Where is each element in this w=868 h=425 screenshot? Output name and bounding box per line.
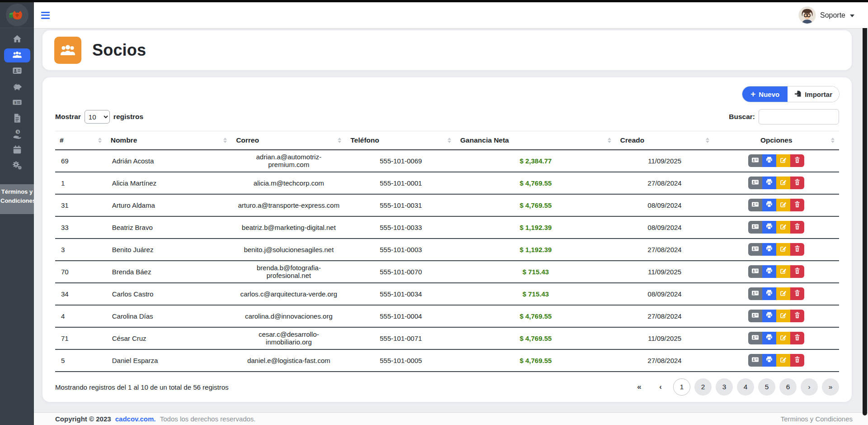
sidebar-terms-link[interactable]: Términos y Condiciones	[0, 184, 34, 214]
sidebar-item-money-check[interactable]: $	[4, 96, 30, 110]
view-card-button[interactable]	[748, 310, 762, 322]
edit-button[interactable]	[776, 199, 790, 211]
pagination-last-button[interactable]: »	[822, 378, 839, 396]
print-button[interactable]	[762, 199, 776, 211]
column-header-telefono[interactable]: Teléfono	[346, 131, 456, 150]
pagination-prev-button[interactable]: ‹	[652, 378, 669, 396]
edit-button[interactable]	[776, 154, 790, 167]
table-row: 5 Daniel Esparza daniel.e@logistica-fast…	[55, 349, 839, 372]
pagination-info: Mostrando registros del 1 al 10 de un to…	[55, 383, 229, 391]
edit-button[interactable]	[776, 221, 790, 234]
view-card-button[interactable]	[748, 265, 762, 278]
vertical-scrollbar[interactable]	[863, 4, 867, 415]
print-button[interactable]	[762, 310, 776, 322]
edit-button[interactable]	[776, 265, 790, 278]
column-header-ganancia[interactable]: Ganancia Neta	[456, 131, 616, 150]
delete-button[interactable]	[790, 221, 804, 234]
edit-pencil-icon	[779, 356, 787, 365]
sidebar-item-documents[interactable]	[4, 112, 30, 126]
trash-icon	[793, 289, 801, 298]
trash-icon	[793, 356, 801, 365]
sidebar-item-settings[interactable]	[4, 159, 30, 173]
edit-button[interactable]	[776, 332, 790, 344]
edit-button[interactable]	[776, 354, 790, 367]
footer: Copyright © 2023 cadcov.com. Todos los d…	[34, 412, 868, 425]
cadcov-link[interactable]: cadcov.com.	[115, 415, 156, 423]
sidebar-item-savings[interactable]	[4, 80, 30, 94]
trash-icon	[793, 267, 801, 276]
view-card-button[interactable]	[748, 354, 762, 367]
column-header-nombre[interactable]: Nombre	[106, 131, 231, 150]
page-button-2[interactable]: 2	[694, 378, 712, 396]
print-button[interactable]	[762, 265, 776, 278]
column-header-correo[interactable]: Correo	[231, 131, 346, 150]
page-title: Socios	[92, 41, 146, 60]
view-card-button[interactable]	[748, 199, 762, 211]
print-button[interactable]	[762, 354, 776, 367]
sidebar-item-calendar[interactable]	[4, 143, 30, 158]
page-button-5[interactable]: 5	[758, 378, 775, 396]
view-card-button[interactable]	[748, 243, 762, 256]
calendar-icon	[12, 145, 22, 157]
search-input[interactable]	[759, 109, 839, 124]
view-card-button[interactable]	[748, 287, 762, 300]
view-card-button[interactable]	[748, 154, 762, 167]
edit-button[interactable]	[776, 287, 790, 300]
delete-button[interactable]	[790, 154, 804, 167]
row-actions	[748, 243, 804, 256]
pagination-next-button[interactable]: ›	[801, 378, 818, 396]
edit-button[interactable]	[776, 177, 790, 189]
delete-button[interactable]	[790, 287, 804, 300]
page-size-select[interactable]: 10	[85, 110, 110, 124]
column-header-num[interactable]: #	[55, 131, 106, 150]
column-header-opciones[interactable]: Opciones	[714, 131, 839, 150]
money-check-icon: $	[12, 97, 22, 109]
delete-button[interactable]	[790, 265, 804, 278]
delete-button[interactable]	[790, 332, 804, 344]
edit-button[interactable]	[776, 310, 790, 322]
new-button[interactable]: + Nuevo	[742, 86, 788, 102]
page-button-1[interactable]: 1	[673, 378, 690, 396]
table-row: 33 Beatriz Bravo beatriz.b@marketing-dig…	[55, 216, 839, 239]
view-card-button[interactable]	[748, 332, 762, 344]
edit-pencil-icon	[779, 245, 787, 254]
sidebar-item-home[interactable]	[4, 33, 30, 47]
edit-pencil-icon	[779, 289, 787, 298]
delete-button[interactable]	[790, 354, 804, 367]
file-import-icon	[794, 90, 802, 99]
page-button-6[interactable]: 6	[779, 378, 797, 396]
print-button[interactable]	[762, 177, 776, 189]
print-button[interactable]	[762, 332, 776, 344]
sort-icon	[223, 138, 227, 143]
trash-icon	[793, 156, 801, 165]
user-name: Soporte	[820, 11, 845, 19]
sidebar-item-payments[interactable]: $	[4, 128, 30, 142]
trash-icon	[793, 334, 801, 343]
edit-button[interactable]	[776, 243, 790, 256]
print-button[interactable]	[762, 154, 776, 167]
delete-button[interactable]	[790, 199, 804, 211]
delete-button[interactable]	[790, 243, 804, 256]
view-card-button[interactable]	[748, 177, 762, 189]
pagination: « ‹ 123456 › »	[627, 378, 839, 396]
column-header-creado[interactable]: Creado	[616, 131, 714, 150]
sidebar-item-id-card[interactable]	[4, 64, 30, 78]
id-card-icon	[751, 223, 759, 232]
delete-button[interactable]	[790, 177, 804, 189]
socios-table: # Nombre Correo Teléfono Ganancia Neta C…	[55, 131, 839, 372]
pagination-first-button[interactable]: «	[631, 378, 648, 396]
user-menu[interactable]: Soporte	[799, 7, 854, 24]
printer-icon	[765, 178, 773, 187]
delete-button[interactable]	[790, 310, 804, 322]
page-button-4[interactable]: 4	[737, 378, 754, 396]
page-button-3[interactable]: 3	[716, 378, 733, 396]
import-button[interactable]: Importar	[788, 86, 839, 102]
print-button[interactable]	[762, 287, 776, 300]
view-card-button[interactable]	[748, 221, 762, 234]
print-button[interactable]	[762, 243, 776, 256]
sidebar-toggle-button[interactable]	[38, 8, 53, 23]
sidebar-item-socios[interactable]	[4, 48, 30, 62]
print-button[interactable]	[762, 221, 776, 234]
brand-area[interactable]	[0, 2, 34, 28]
footer-terms-link[interactable]: Terminos y Condiciones	[781, 415, 853, 423]
